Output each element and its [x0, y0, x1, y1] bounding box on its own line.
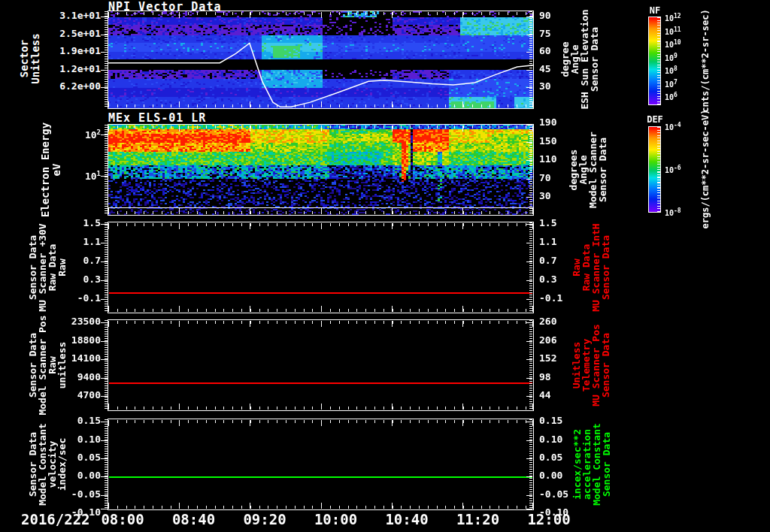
tick-label: 0.10 — [77, 434, 101, 445]
tick-label: 101 — [85, 168, 101, 182]
tick-label: 190 — [539, 116, 556, 128]
x-major-ticks — [108, 306, 533, 312]
x-major-ticks — [108, 404, 533, 410]
tick-label: 75 — [539, 28, 551, 39]
tick-label: 152 — [539, 352, 556, 364]
tick-label: 30 — [539, 80, 551, 92]
tick-label: 0.15 — [539, 415, 562, 426]
panel3-y-axis-label: Sensor Data MU Scanner +30V Raw Data Raw — [28, 223, 67, 311]
tick-label: 2.5e+01 — [59, 28, 101, 39]
mu-scanner-30v-panel — [108, 222, 534, 313]
tick-label: 30 — [539, 190, 551, 201]
time-tick-label: 08:00 — [87, 511, 158, 527]
tick-label: 1.1 — [83, 236, 101, 247]
tick-label: 110 — [539, 153, 556, 165]
x-major-ticks — [108, 321, 533, 327]
panel5-right-axis-label: incex/sec**2 acceleration Model Constant… — [572, 423, 611, 506]
tick-label: -0.05 — [71, 488, 101, 500]
time-tick-label: 12:00 — [514, 511, 584, 527]
x-major-ticks — [108, 125, 533, 131]
colorbar-ticks — [657, 127, 660, 212]
tick-label: 98 — [539, 371, 551, 382]
major-ticks — [526, 125, 532, 215]
tick-label: -0.1 — [77, 292, 101, 304]
npi-spectrogram-canvas — [108, 11, 533, 108]
tick-label: 0.00 — [539, 470, 562, 481]
def-colorbar — [648, 126, 661, 213]
model-scanner-pos-line — [109, 382, 532, 384]
tick-label: 1.9e+01 — [59, 45, 101, 56]
tick-label: 14100 — [71, 352, 101, 364]
panel1-right-axis-label: degree Angle ESH Sun Elevation Sensor Da… — [560, 9, 599, 109]
colorbar-tick-label: 106 — [665, 92, 678, 101]
panel2-right-axis-label: degrees Angle Model Scanner Sensor Data — [568, 131, 608, 208]
major-ticks — [526, 11, 532, 108]
tick-label: 1.5 — [83, 217, 101, 228]
tick-label: 44 — [539, 389, 551, 401]
colorbar-tick-label: 1010 — [665, 39, 681, 49]
tick-label: 70 — [539, 172, 551, 183]
model-constant-panel — [108, 419, 534, 510]
panel4-right-axis-label: Unitless Telemetry MU Scanner Pos Sensor… — [571, 324, 611, 407]
nf-colorbar — [648, 17, 661, 105]
tick-label: 90 — [539, 10, 551, 21]
colorbar-tick-label: 107 — [665, 79, 678, 89]
model-constant-line — [109, 476, 532, 478]
major-ticks — [526, 419, 532, 509]
major-ticks — [526, 320, 532, 410]
telemetry-plot-figure: NPI Vector Data MEx ELS-01 LR — [0, 0, 770, 532]
colorbar-tick-label: 10-8 — [665, 207, 681, 217]
colorbar2-name: DEF — [644, 114, 666, 125]
panel2-title: MEx ELS-01 LR — [108, 111, 206, 125]
colorbar-tick-label: 10-4 — [665, 122, 681, 131]
panel4-y-axis-label: Sensor Data Model Scanner Pos Raw unitle… — [28, 315, 67, 415]
tick-label: 0.05 — [539, 452, 562, 463]
tick-label: 206 — [539, 334, 556, 346]
tick-label: 45 — [539, 63, 551, 74]
x-major-ticks — [108, 420, 533, 426]
tick-label: 260 — [539, 316, 556, 327]
tick-label: 4700 — [77, 389, 101, 401]
colorbar-tick-label: 1011 — [665, 26, 681, 36]
tick-label: 1.1 — [539, 236, 556, 247]
tick-label: 0.3 — [539, 274, 556, 285]
tick-label: 0.10 — [539, 434, 562, 445]
colorbar-tick-label: 109 — [665, 53, 678, 62]
tick-label: 150 — [539, 135, 556, 147]
x-major-ticks — [108, 208, 533, 214]
tick-label: 23500 — [71, 316, 101, 327]
tick-label: 3.1e+01 — [59, 10, 101, 21]
panel3-right-axis-label: Raw Raw Data MU Scanner IntH Sensor Data — [571, 223, 611, 311]
panel5-y-axis-label: Sensor Data Model Constant velocity inde… — [28, 423, 67, 506]
tick-label: -0.05 — [539, 488, 568, 500]
tick-label: 0.7 — [83, 255, 101, 266]
time-tick-label: 08:40 — [159, 511, 229, 527]
npi-spectrogram-panel — [108, 11, 534, 109]
tick-label: 0.3 — [83, 274, 101, 285]
els-spectrogram-canvas — [108, 125, 533, 215]
tick-label: 0.05 — [77, 452, 101, 463]
panel1-left-tick-labels: 3.1e+012.5e+011.9e+011.2e+016.2e+00 — [0, 11, 104, 109]
tick-label: 9400 — [77, 371, 101, 382]
els-spectrogram-panel — [108, 124, 534, 216]
tick-label: 0.15 — [77, 415, 101, 426]
time-axis-labels: 08:0008:4009:2010:0010:4011:2012:00 — [0, 511, 770, 529]
tick-label: 0.7 — [539, 255, 556, 266]
def-colorbar-unit: ergs/(cm**2-sr-sec-eV) — [701, 110, 710, 229]
x-major-ticks — [108, 503, 533, 509]
colorbar-tick-label: 108 — [665, 65, 678, 75]
tick-label: 1.5 — [539, 217, 556, 228]
tick-label: 18800 — [71, 334, 101, 346]
x-major-ticks — [108, 12, 533, 18]
major-ticks — [526, 222, 532, 313]
colorbar-tick-label: 1012 — [665, 13, 681, 23]
tick-label: 6.2e+00 — [59, 80, 101, 92]
tick-label: 102 — [85, 127, 101, 141]
tick-label: 0.00 — [77, 470, 101, 481]
time-tick-label: 10:00 — [301, 511, 371, 527]
panel1-y-axis-label: Sector Unitless — [19, 33, 41, 83]
nf-colorbar-unit: cnts/(cm**2-sr-sec) — [701, 9, 710, 112]
panel2-y-axis-label: Electron Energy eV — [40, 122, 62, 217]
tick-label: 60 — [539, 45, 551, 56]
time-tick-label: 11:20 — [443, 511, 514, 527]
